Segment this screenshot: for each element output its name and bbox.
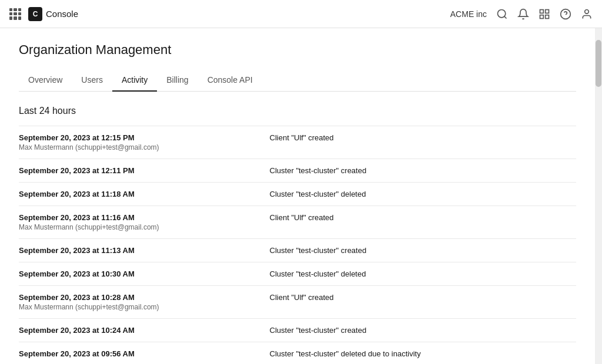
activity-description: Client "Ulf" created <box>270 206 576 239</box>
activity-table: September 20, 2023 at 12:15 PMMax Muster… <box>19 126 576 364</box>
svg-point-8 <box>585 9 589 14</box>
page-title: Organization Management <box>19 42 576 58</box>
notification-icon[interactable] <box>517 8 529 20</box>
search-icon[interactable] <box>496 8 508 20</box>
activity-description: Cluster "test-cluster" created <box>270 319 576 342</box>
scrollbar-thumb[interactable] <box>596 40 601 87</box>
svg-rect-4 <box>540 15 544 18</box>
top-navigation: C Console ACME inc <box>0 0 602 28</box>
activity-datetime: September 20, 2023 at 11:13 AM <box>19 246 256 255</box>
activity-datetime: September 20, 2023 at 10:24 AM <box>19 326 256 335</box>
activity-description: Cluster "test-cluster" created <box>270 159 576 183</box>
tabs: OverviewUsersActivityBillingConsole API <box>19 69 576 92</box>
tab-activity[interactable]: Activity <box>112 69 157 92</box>
grid-menu-icon[interactable] <box>9 8 21 20</box>
activity-description: Client "Ulf" created <box>270 286 576 319</box>
activity-description: Cluster "test-cluster" deleted <box>270 183 576 206</box>
tab-billing[interactable]: Billing <box>157 69 198 92</box>
activity-datetime: September 20, 2023 at 10:30 AM <box>19 269 256 278</box>
app-name: Console <box>46 9 78 19</box>
main-content: Organization Management OverviewUsersAct… <box>0 28 595 364</box>
table-row: September 20, 2023 at 11:16 AMMax Muster… <box>19 206 576 239</box>
table-row: September 20, 2023 at 11:13 AMCluster "t… <box>19 239 576 262</box>
svg-line-1 <box>504 16 507 18</box>
svg-rect-2 <box>540 9 544 13</box>
user-icon[interactable] <box>581 8 593 20</box>
section-title: Last 24 hours <box>19 106 576 116</box>
tab-console-api[interactable]: Console API <box>198 69 262 92</box>
table-row: September 20, 2023 at 12:11 PMCluster "t… <box>19 159 576 183</box>
activity-datetime: September 20, 2023 at 12:11 PM <box>19 166 256 175</box>
activity-datetime: September 20, 2023 at 10:28 AM <box>19 293 256 302</box>
table-row: September 20, 2023 at 10:24 AMCluster "t… <box>19 319 576 342</box>
activity-description: Client "Ulf" created <box>270 126 576 159</box>
activity-description: Cluster "test-cluster" deleted due to in… <box>270 342 576 365</box>
dashboard-icon[interactable] <box>539 8 550 20</box>
logo-letter: C <box>33 10 38 18</box>
table-row: September 20, 2023 at 10:30 AMCluster "t… <box>19 262 576 286</box>
activity-user: Max Mustermann (schuppi+test@gmail.com) <box>19 143 256 151</box>
topnav-right: ACME inc <box>450 8 593 20</box>
table-row: September 20, 2023 at 09:56 AMCluster "t… <box>19 342 576 365</box>
activity-datetime: September 20, 2023 at 11:16 AM <box>19 213 256 222</box>
topnav-left: C Console <box>9 7 443 21</box>
table-row: September 20, 2023 at 11:18 AMCluster "t… <box>19 183 576 206</box>
activity-datetime: September 20, 2023 at 11:18 AM <box>19 190 256 198</box>
tab-overview[interactable]: Overview <box>19 69 72 92</box>
logo-box: C <box>28 7 42 21</box>
svg-rect-3 <box>546 9 549 13</box>
page: Organization Management OverviewUsersAct… <box>0 28 602 364</box>
logo[interactable]: C Console <box>28 7 78 21</box>
activity-datetime: September 20, 2023 at 09:56 AM <box>19 349 256 358</box>
activity-description: Cluster "test-cluster" deleted <box>270 262 576 286</box>
org-name: ACME inc <box>450 9 487 19</box>
activity-user: Max Mustermann (schuppi+test@gmail.com) <box>19 303 256 311</box>
tab-users[interactable]: Users <box>72 69 112 92</box>
activity-datetime: September 20, 2023 at 12:15 PM <box>19 133 256 142</box>
table-row: September 20, 2023 at 10:28 AMMax Muster… <box>19 286 576 319</box>
scrollbar[interactable] <box>595 28 602 364</box>
svg-point-0 <box>498 9 506 17</box>
help-icon[interactable] <box>560 8 571 20</box>
activity-user: Max Mustermann (schuppi+test@gmail.com) <box>19 223 256 231</box>
table-row: September 20, 2023 at 12:15 PMMax Muster… <box>19 126 576 159</box>
activity-description: Cluster "test-cluster" created <box>270 239 576 262</box>
svg-rect-5 <box>546 15 549 18</box>
